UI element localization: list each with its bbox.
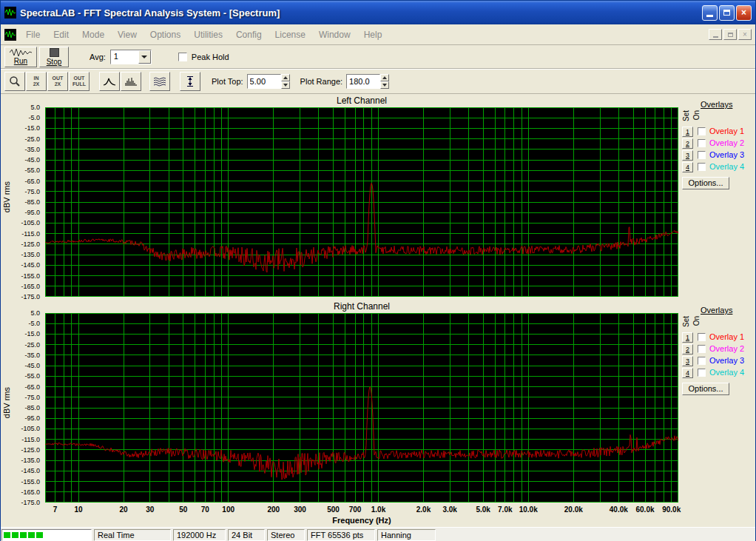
meter-segment [28, 532, 35, 538]
peak-hold-label: Peak Hold [192, 53, 229, 61]
minimize-icon [713, 36, 718, 38]
menu-config[interactable]: Config [229, 27, 269, 43]
overlay-3-checkbox[interactable] [698, 151, 706, 159]
avg-dropdown-button[interactable] [138, 50, 151, 64]
right-channel-title: Right Channel [45, 301, 678, 312]
transport-toolbar: Run Stop Avg: 1 Peak Hold [1, 45, 755, 69]
y-tick-label: -5.0 [28, 114, 40, 121]
line-plot-view-button[interactable] [99, 72, 120, 91]
menu-mode[interactable]: Mode [75, 27, 111, 43]
waveform-icon [10, 48, 32, 57]
overlay-1-set-button[interactable]: 1 [682, 127, 693, 137]
right-channel-plot[interactable] [45, 313, 678, 503]
spectrogram-view-button[interactable] [149, 72, 170, 91]
overlay-3-checkbox[interactable] [698, 357, 706, 365]
y-tick-label: -125.0 [21, 241, 40, 248]
peak-hold-checkbox[interactable] [178, 53, 187, 61]
menu-options[interactable]: Options [144, 27, 187, 43]
overlay-1-checkbox[interactable] [698, 333, 706, 341]
plot-top-up-button[interactable] [281, 74, 290, 81]
y-tick-label: -15.0 [24, 124, 40, 132]
menu-edit[interactable]: Edit [47, 27, 75, 43]
overlay-1-set-button[interactable]: 1 [682, 332, 693, 343]
menu-window[interactable]: Window [312, 27, 357, 43]
left-channel-plot[interactable] [45, 107, 678, 297]
x-tick-label: 200 [267, 505, 280, 514]
set-column-label: Set [682, 110, 690, 121]
chart-area: Left Channel 5.0-5.0-15.0-25.0-35.0-45.0… [1, 94, 755, 527]
overlay-3-set-button[interactable]: 3 [682, 356, 693, 366]
overlays-link[interactable]: Overlays [701, 100, 732, 109]
right-y-axis-label: dBV rms [2, 387, 11, 418]
frequency-axis: 710203050701002003005007001.0k2.0k3.0k5.… [45, 505, 678, 515]
plot-top-input[interactable] [247, 74, 281, 89]
minimize-button[interactable] [702, 5, 718, 21]
status-fft-size: FFT 65536 pts [307, 529, 375, 541]
zoom-in-2x-button[interactable]: IN 2X [26, 72, 47, 91]
menu-file[interactable]: File [19, 27, 47, 43]
menu-view[interactable]: View [111, 27, 144, 43]
overlay-2-checkbox[interactable] [698, 139, 706, 147]
right-overlay-panel: Overlays Set On 1 Overlay 1 2 Overlay 2 … [681, 306, 755, 504]
stop-button[interactable]: Stop [39, 47, 69, 67]
line-plot-icon [103, 76, 116, 87]
y-tick-label: 5.0 [30, 104, 40, 111]
stop-icon [50, 48, 59, 57]
zoom-button[interactable] [4, 72, 25, 91]
chevron-down-icon [141, 56, 147, 58]
plot-range-label: Plot Range: [300, 77, 342, 86]
y-tick-label: -145.0 [21, 467, 40, 474]
run-label: Run [14, 57, 27, 65]
zoom-out-2x-button[interactable]: OUT 2X [47, 72, 68, 91]
plot-range-input[interactable] [346, 74, 380, 89]
bar-plot-view-button[interactable] [121, 72, 141, 91]
y-tick-label: -135.0 [21, 251, 40, 258]
restore-button[interactable] [719, 5, 735, 21]
overlay-4-set-button[interactable]: 4 [682, 162, 693, 172]
y-tick-label: -45.0 [24, 362, 40, 369]
meter-segment [12, 532, 18, 538]
y-tick-label: -125.0 [21, 446, 40, 454]
restore-icon [728, 33, 733, 37]
overlays-link[interactable]: Overlays [701, 306, 732, 315]
overlay-options-button[interactable]: Options... [682, 177, 729, 189]
overlay-row: 4 Overlay 4 [681, 162, 755, 173]
plot-range-up-button[interactable] [380, 74, 389, 81]
close-button[interactable]: × [736, 5, 752, 21]
vertical-scale-button[interactable] [180, 72, 200, 91]
overlay-2-set-button[interactable]: 2 [682, 344, 693, 354]
mdi-close-button[interactable]: × [738, 29, 752, 40]
y-tick-label: -165.0 [21, 488, 40, 496]
left-channel-title: Left Channel [45, 95, 678, 106]
window-title: SpectraLAB - FFT Spectral Analysis Syste… [20, 7, 698, 19]
overlay-2-checkbox[interactable] [698, 345, 706, 353]
plot-range-spinner [380, 74, 389, 89]
zoom-out-full-button[interactable]: OUT FULL [69, 72, 90, 91]
overlay-options-button[interactable]: Options... [682, 383, 729, 395]
overlay-3-set-button[interactable]: 3 [682, 150, 693, 161]
x-tick-label: 7 [53, 505, 58, 514]
overlay-4-checkbox[interactable] [698, 163, 706, 171]
plot-range-down-button[interactable] [380, 81, 389, 89]
stop-label: Stop [47, 58, 62, 66]
y-tick-label: -35.0 [24, 352, 40, 359]
mdi-restore-button[interactable] [723, 29, 737, 40]
search-icon [9, 75, 21, 87]
mdi-minimize-button[interactable] [709, 29, 722, 40]
overlay-4-checkbox[interactable] [698, 369, 706, 377]
overlay-2-set-button[interactable]: 2 [682, 138, 693, 149]
overlay-row: 3 Overlay 3 [681, 150, 755, 161]
avg-dropdown[interactable]: 1 [110, 50, 152, 64]
y-tick-label: -75.0 [24, 188, 40, 195]
overlay-2-label: Overlay 2 [709, 344, 744, 353]
overlay-1-checkbox[interactable] [698, 127, 706, 135]
x-tick-label: 90.0k [662, 505, 681, 514]
overlay-4-set-button[interactable]: 4 [682, 368, 693, 378]
app-icon [4, 7, 16, 19]
menu-help[interactable]: Help [357, 27, 389, 43]
run-button[interactable]: Run [4, 47, 37, 67]
menu-utilities[interactable]: Utilities [187, 27, 229, 43]
menu-license[interactable]: License [269, 27, 312, 43]
up-arrow-icon [283, 76, 288, 79]
plot-top-down-button[interactable] [281, 81, 290, 89]
